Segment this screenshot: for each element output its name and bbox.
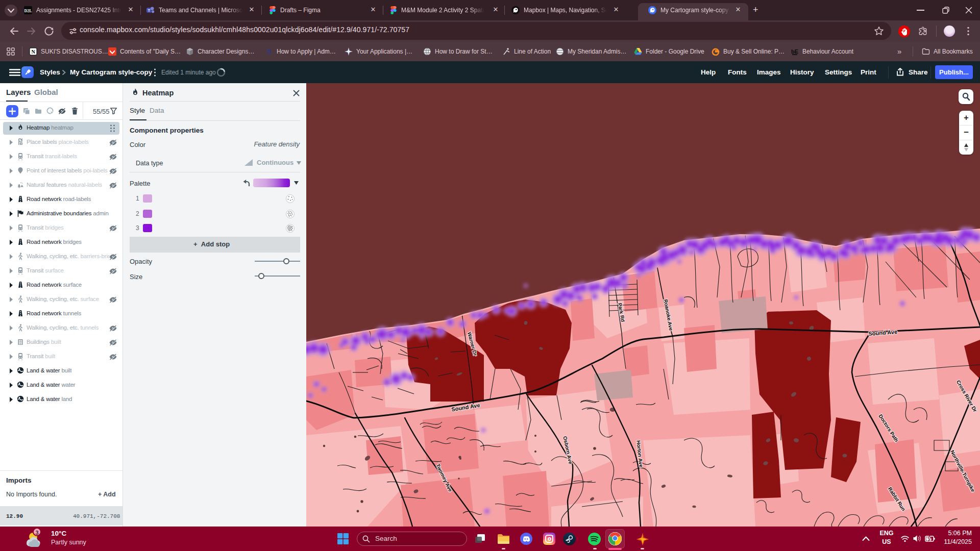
- svg-text:N: N: [31, 49, 35, 55]
- svg-text:T: T: [148, 9, 151, 12]
- svg-text:S: S: [267, 48, 271, 56]
- svg-text:A: A: [20, 142, 22, 145]
- svg-text:D2L: D2L: [24, 9, 32, 13]
- svg-text:bE: bE: [791, 48, 798, 55]
